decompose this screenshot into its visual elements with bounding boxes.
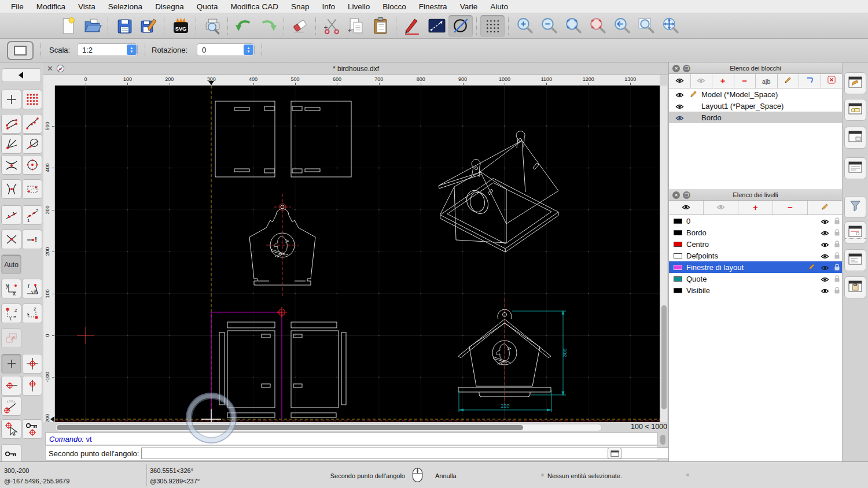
menu-aiuto[interactable]: Aiuto	[484, 2, 514, 11]
save-as-button[interactable]	[136, 15, 160, 37]
delete-button[interactable]	[288, 15, 312, 37]
copy-button[interactable]	[344, 15, 368, 37]
snap-on-entity-button[interactable]	[22, 114, 42, 134]
block-visibility-eye-icon[interactable]	[675, 103, 684, 112]
show-all-blocks-button[interactable]	[669, 74, 691, 88]
restrict-orthogonal-button[interactable]	[1, 328, 21, 348]
layer-color-swatch[interactable]	[674, 288, 682, 293]
add-layer-button[interactable]: +	[738, 201, 773, 215]
layer-row[interactable]: Finestre di layout	[669, 261, 842, 273]
horizontal-scrollbar-thumb[interactable]	[57, 425, 523, 430]
zoom-previous-button[interactable]	[609, 15, 634, 37]
layer-color-swatch[interactable]	[674, 276, 682, 282]
line-tool-button[interactable]	[424, 15, 448, 37]
draw-pencil-button[interactable]	[400, 15, 424, 37]
layer-visibility-eye-icon[interactable]	[821, 287, 829, 296]
restrict-both-button[interactable]	[22, 354, 42, 374]
snap-perpendicular-button[interactable]	[1, 134, 21, 154]
snap-endpoints-button[interactable]	[1, 114, 21, 134]
horizontal-scrollbar[interactable]	[55, 424, 602, 431]
menu-quota[interactable]: Quota	[190, 2, 225, 11]
layer-lock-icon[interactable]	[834, 252, 840, 261]
snap-center-button[interactable]	[22, 155, 42, 175]
menu-snap[interactable]: Snap	[285, 2, 316, 11]
remove-block-button[interactable]: −	[734, 74, 756, 88]
layer-lock-icon[interactable]	[834, 228, 840, 238]
vertical-scrollbar[interactable]	[660, 86, 667, 422]
menu-info[interactable]: Info	[316, 2, 342, 11]
zoom-in-button[interactable]	[512, 15, 536, 37]
hide-all-blocks-button[interactable]	[691, 74, 713, 88]
restrict-angle-button[interactable]	[1, 396, 21, 416]
new-document-button[interactable]	[56, 15, 80, 37]
menu-vista[interactable]: Vista	[72, 2, 102, 11]
layer-lock-icon[interactable]	[834, 240, 840, 250]
snap-intersection-manual-button[interactable]: !	[22, 230, 42, 249]
auto-snap-button[interactable]: Auto	[1, 254, 21, 274]
snap-tangential-button[interactable]	[22, 134, 42, 154]
stepper-icon[interactable]: ▲▼	[244, 45, 253, 55]
menu-finestra[interactable]: Finestra	[413, 2, 454, 11]
svg-export-button[interactable]: SVG	[168, 15, 192, 37]
layer-visibility-eye-icon[interactable]	[821, 230, 829, 238]
relative-zero-key-button[interactable]	[1, 444, 21, 464]
layer-lock-icon[interactable]	[834, 275, 840, 284]
menu-livello[interactable]: Livello	[341, 2, 376, 11]
hide-all-layers-button[interactable]	[704, 201, 738, 215]
clipboard-panel-toggle-button[interactable]	[844, 276, 866, 298]
print-preview-button[interactable]	[200, 15, 224, 37]
redo-button[interactable]	[256, 15, 280, 37]
menu-seleziona[interactable]: Seleziona	[102, 2, 149, 11]
zoom-out-button[interactable]	[536, 15, 561, 37]
add-block-button[interactable]: +	[712, 74, 734, 88]
layer-row[interactable]: Defpoints	[669, 250, 842, 261]
layer-lock-icon[interactable]	[834, 286, 840, 296]
menu-blocco[interactable]: Blocco	[376, 2, 413, 11]
remove-layer-button[interactable]: −	[773, 201, 808, 215]
lock-relative-zero-button[interactable]	[22, 419, 42, 439]
drawing-canvas[interactable]: 309 220	[55, 86, 660, 422]
layer-lock-icon[interactable]	[834, 263, 840, 273]
layer-color-swatch[interactable]	[674, 219, 682, 224]
layer-visibility-eye-icon[interactable]	[821, 264, 829, 273]
restrict-vertical-button[interactable]	[22, 376, 42, 395]
pan-button[interactable]	[658, 15, 682, 37]
snap-distance-button[interactable]	[1, 205, 21, 225]
viewport-tool-button[interactable]	[7, 41, 34, 60]
menu-disegna[interactable]: Disegna	[149, 2, 190, 11]
cut-button[interactable]	[319, 15, 344, 37]
restrict-none-button[interactable]	[1, 354, 21, 374]
layer-row[interactable]: Quote	[669, 273, 842, 284]
block-row[interactable]: Model (*Model_Space)	[669, 88, 842, 100]
block-visibility-eye-icon[interactable]	[675, 114, 684, 123]
show-all-layers-button[interactable]	[669, 201, 704, 215]
circle-slash-tool-button[interactable]	[448, 15, 473, 37]
selection-filter-panel-toggle-button[interactable]	[844, 196, 866, 218]
layer-visibility-eye-icon[interactable]	[821, 218, 829, 227]
snap-grid-button[interactable]	[22, 90, 42, 109]
snap-middle-button[interactable]	[1, 155, 21, 175]
snap-reference-button[interactable]	[22, 179, 42, 199]
vertical-scrollbar-thumb[interactable]	[661, 305, 667, 409]
pattern-panel-toggle-button[interactable]	[844, 221, 866, 243]
open-file-button[interactable]	[80, 15, 104, 37]
stepper-icon[interactable]: ▲▼	[127, 45, 137, 55]
layer-color-swatch[interactable]	[674, 230, 682, 235]
block-row[interactable]: Bordo	[669, 112, 842, 123]
grid-toggle-button[interactable]	[480, 15, 505, 37]
layer-visibility-eye-icon[interactable]	[821, 241, 829, 250]
menu-file[interactable]: File	[5, 2, 30, 11]
zoom-auto-button[interactable]	[561, 15, 585, 37]
set-relative-zero-button[interactable]	[1, 419, 21, 439]
snap-free-button[interactable]	[1, 90, 21, 109]
rotation-combo[interactable]: 0 ▲▼	[197, 43, 255, 56]
paste-button[interactable]	[368, 15, 392, 37]
delete-block-button[interactable]	[821, 74, 843, 88]
command-history-scrollbar[interactable]	[660, 435, 665, 445]
layer-color-swatch[interactable]	[674, 253, 682, 258]
snap-intersection-x-button[interactable]	[1, 230, 21, 249]
layer-visibility-eye-icon[interactable]	[821, 253, 829, 261]
relative-polar-button[interactable]: 12	[22, 304, 42, 323]
restrict-horizontal-button[interactable]	[1, 376, 21, 395]
menu-modifica[interactable]: Modifica	[30, 2, 72, 11]
